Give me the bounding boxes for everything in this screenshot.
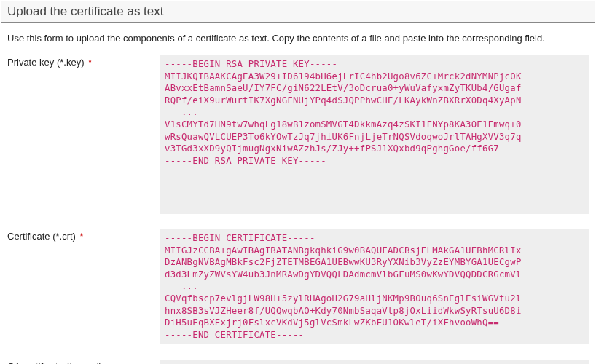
form-body: Private key (*.key) * Certificate (*.crt…	[1, 55, 595, 364]
private-key-textarea[interactable]	[160, 55, 589, 214]
private-key-label-text: Private key (*.key)	[7, 57, 84, 68]
required-marker: *	[88, 57, 92, 68]
ca-certificate-textarea[interactable]	[160, 360, 589, 364]
certificate-textarea[interactable]	[160, 229, 589, 344]
private-key-row: Private key (*.key) *	[1, 55, 595, 229]
upload-certificate-panel: Upload the certificate as text Use this …	[1, 1, 595, 363]
ca-certificate-row: CA certificate (*-ca.crt)	[1, 360, 595, 364]
certificate-row: Certificate (*.crt) *	[1, 229, 595, 360]
panel-description: Use this form to upload the components o…	[1, 23, 595, 55]
certificate-label: Certificate (*.crt) *	[7, 229, 160, 242]
certificate-label-text: Certificate (*.crt)	[7, 231, 76, 242]
required-marker: *	[80, 231, 84, 242]
private-key-label: Private key (*.key) *	[7, 55, 160, 68]
ca-certificate-label: CA certificate (*-ca.crt)	[7, 360, 160, 364]
panel-title: Upload the certificate as text	[1, 1, 595, 23]
ca-certificate-label-text: CA certificate (*-ca.crt)	[7, 361, 102, 364]
